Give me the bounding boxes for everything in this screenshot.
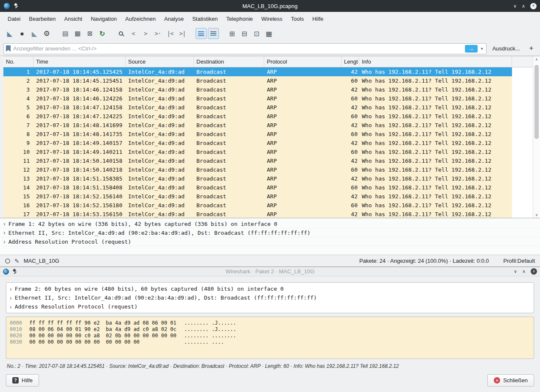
last-packet-icon[interactable]: >| xyxy=(177,28,188,39)
packet-list-header: No. Time Source Destination Protocol Len… xyxy=(3,56,533,67)
zoom-out-icon[interactable]: ⊟ xyxy=(239,28,250,39)
close-window-icon[interactable]: × xyxy=(531,268,537,275)
menu-item[interactable]: Statistiken xyxy=(188,14,222,24)
minimize-icon[interactable]: ∨ xyxy=(514,269,517,274)
packet-row[interactable]: 8 2017-07-18 18:14:48.141735 IntelCor_4a… xyxy=(3,130,512,139)
pin-icon[interactable] xyxy=(14,3,19,8)
column-header-info[interactable]: Info xyxy=(359,56,512,67)
minimize-icon[interactable]: ∨ xyxy=(513,4,517,8)
resize-columns-icon[interactable]: ▦ xyxy=(263,28,274,39)
packet-row[interactable]: 2 2017-07-18 18:14:45.125451 IntelCor_4a… xyxy=(3,76,512,85)
packet-row[interactable]: 15 2017-07-18 18:14:52.156140 IntelCor_4… xyxy=(3,192,512,201)
reload-file-icon[interactable]: ↻ xyxy=(97,28,108,39)
statusbar-profile[interactable]: Profil:Default xyxy=(504,258,535,264)
save-file-icon[interactable]: ▦ xyxy=(72,28,83,39)
pin-icon[interactable] xyxy=(12,269,17,274)
packet-row[interactable]: 6 2017-07-18 18:14:47.124225 IntelCor_4a… xyxy=(3,112,512,121)
apply-filter-button[interactable]: → xyxy=(465,45,478,53)
packet-row[interactable]: 14 2017-07-18 18:14:51.158408 IntelCor_4… xyxy=(3,183,512,192)
detail-row[interactable]: › Address Resolution Protocol (request) xyxy=(0,237,540,246)
hex-row[interactable]: 0000 ff ff ff ff ff ff 90 e2 ba 4a d9 ad… xyxy=(10,320,530,326)
add-filter-button[interactable]: + xyxy=(526,44,537,53)
column-header-no[interactable]: No. xyxy=(3,56,34,67)
expander-icon[interactable]: › xyxy=(10,295,12,301)
maximize-icon[interactable]: ∧ xyxy=(522,4,525,8)
previous-packet-icon[interactable]: < xyxy=(128,28,139,39)
start-capture-icon[interactable]: ◣ xyxy=(4,28,15,39)
open-file-icon[interactable]: ▤ xyxy=(60,28,71,39)
column-header-protocol[interactable]: Protocol xyxy=(264,56,341,67)
packet-no: 17 xyxy=(3,210,34,218)
packet-row[interactable]: 16 2017-07-18 18:14:52.156180 IntelCor_4… xyxy=(3,201,512,210)
restart-capture-icon[interactable]: ◣ xyxy=(29,28,40,39)
go-to-packet-icon[interactable]: >· xyxy=(152,28,163,39)
menu-item[interactable]: Aufzeichnen xyxy=(121,14,160,24)
packet-row[interactable]: 13 2017-07-18 18:14:51.158385 IntelCor_4… xyxy=(3,174,512,183)
auto-scroll-icon[interactable] xyxy=(196,28,207,39)
expander-icon[interactable]: › xyxy=(10,303,12,310)
packet-row[interactable]: 3 2017-07-18 18:14:46.124158 IntelCor_4a… xyxy=(3,85,512,94)
stop-capture-icon[interactable]: ■ xyxy=(17,28,28,39)
menu-item[interactable]: Wireless xyxy=(257,14,287,24)
capture-options-icon[interactable]: ⚙ xyxy=(41,28,52,39)
menu-item[interactable]: Tools xyxy=(287,14,308,24)
column-header-source[interactable]: Source xyxy=(126,56,194,67)
close-file-icon[interactable]: ⊠ xyxy=(84,28,95,39)
normal-size-icon[interactable]: ⊡ xyxy=(251,28,262,39)
column-header-time[interactable]: Time xyxy=(34,56,126,67)
first-packet-icon[interactable]: |< xyxy=(165,28,176,39)
hex-row[interactable]: 0010 08 00 06 04 00 01 90 e2 ba 4a d9 ad… xyxy=(10,326,530,333)
packet-row[interactable]: 4 2017-07-18 18:14:46.124226 IntelCor_4a… xyxy=(3,94,512,103)
wireshark-logo-icon[interactable] xyxy=(3,3,10,9)
display-filter-input[interactable] xyxy=(13,45,462,52)
detail-row[interactable]: › Frame 1: 42 bytes on wire (336 bits), … xyxy=(0,220,540,228)
expander-icon[interactable]: › xyxy=(10,286,12,292)
scrollbar-track[interactable] xyxy=(533,62,540,212)
detail-row[interactable]: › Address Resolution Protocol (request) xyxy=(6,302,534,311)
scroll-up-icon[interactable]: ∧ xyxy=(535,56,538,62)
capture-comment-icon[interactable]: ✎ xyxy=(14,258,20,264)
help-button[interactable]: ? Hilfe xyxy=(6,374,39,386)
hex-row[interactable]: 0030 00 00 00 00 00 00 00 00 00 00 00 00… xyxy=(10,339,530,345)
detail-row[interactable]: › Ethernet II, Src: IntelCor_4a:d9:ad (9… xyxy=(0,228,540,237)
expander-icon[interactable]: › xyxy=(3,238,6,245)
packet-row[interactable]: 12 2017-07-18 18:14:50.140218 IntelCor_4… xyxy=(3,165,512,174)
filter-dropdown-icon[interactable]: ▾ xyxy=(480,46,484,51)
packet-row[interactable]: 7 2017-07-18 18:14:48.141699 IntelCor_4a… xyxy=(3,121,512,130)
menu-item[interactable]: Ansicht xyxy=(60,14,87,24)
scrollbar-thumb[interactable] xyxy=(534,65,539,139)
next-packet-icon[interactable]: > xyxy=(140,28,151,39)
filter-bookmark-icon[interactable] xyxy=(6,45,11,52)
detail-row[interactable]: › Frame 2: 60 bytes on wire (480 bits), … xyxy=(6,284,534,293)
expert-info-icon[interactable] xyxy=(5,259,10,264)
menu-item[interactable]: Navigation xyxy=(87,14,121,24)
colorize-packets-icon[interactable] xyxy=(208,28,219,39)
display-filter-field[interactable]: → ▾ xyxy=(3,43,487,54)
menu-item[interactable]: Bearbeiten xyxy=(25,14,60,24)
packet-row[interactable]: 5 2017-07-18 18:14:47.124158 IntelCor_4a… xyxy=(3,103,512,112)
packet-row[interactable]: 11 2017-07-18 18:14:50.140158 IntelCor_4… xyxy=(3,156,512,165)
find-packet-icon[interactable] xyxy=(115,28,126,39)
expression-button[interactable]: Ausdruck... xyxy=(490,44,523,53)
column-header-length[interactable]: Lengt xyxy=(341,56,359,67)
close-window-icon[interactable]: × xyxy=(530,3,537,9)
vertical-scrollbar[interactable]: ∧ ∨ xyxy=(533,56,540,218)
packet-row[interactable]: 17 2017-07-18 18:14:53.156150 IntelCor_4… xyxy=(3,210,512,218)
hex-row[interactable]: 0020 00 00 00 00 00 00 c0 a8 02 0b 00 00… xyxy=(10,333,530,339)
zoom-in-icon[interactable]: ⊞ xyxy=(227,28,238,39)
menu-item[interactable]: Analyse xyxy=(160,14,188,24)
menu-item[interactable]: Datei xyxy=(3,14,25,24)
expander-icon[interactable]: › xyxy=(3,220,6,227)
packet-row[interactable]: 1 2017-07-18 18:14:45.125425 IntelCor_4a… xyxy=(3,67,512,76)
scroll-down-icon[interactable]: ∨ xyxy=(535,212,538,218)
wireshark-logo-icon[interactable] xyxy=(3,269,9,275)
menu-item[interactable]: Telephonie xyxy=(222,14,257,24)
menu-item[interactable]: Hilfe xyxy=(308,14,327,24)
close-button[interactable]: × Schließen xyxy=(487,374,534,386)
column-header-destination[interactable]: Destination xyxy=(194,56,264,67)
packet-row[interactable]: 9 2017-07-18 18:14:49.140157 IntelCor_4a… xyxy=(3,139,512,147)
maximize-icon[interactable]: ∧ xyxy=(522,269,526,274)
detail-row[interactable]: › Ethernet II, Src: IntelCor_4a:d9:ad (9… xyxy=(6,293,534,302)
packet-row[interactable]: 10 2017-07-18 18:14:49.140211 IntelCor_4… xyxy=(3,147,512,156)
expander-icon[interactable]: › xyxy=(3,229,6,236)
